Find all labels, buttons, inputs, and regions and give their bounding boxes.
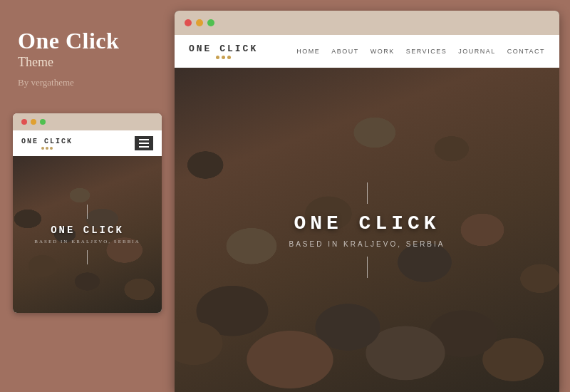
mobile-hero-content: ONE CLICK BASED IN KRALJEVO, SERBIA [34,205,140,264]
hero-title: ONE CLICK [294,212,440,234]
mobile-dot-green [40,119,46,125]
nav-links: HOME ABOUT WORK SERVICES JOURNAL CONTACT [296,48,545,55]
hamburger-line-3 [139,146,149,148]
nav-link-contact[interactable]: CONTACT [507,48,545,55]
mobile-dot-yellow [31,119,36,125]
sidebar-header: One Click Theme By vergatheme [0,0,175,103]
nav-link-journal[interactable]: JOURNAL [458,48,496,55]
desktop-logo-dots [216,56,231,59]
desktop-dot-yellow [196,19,203,26]
mobile-logo: ONE CLICK [21,138,73,150]
hero-vertical-line-bottom [367,257,368,278]
desktop-logo-text: ONE CLICK [189,43,258,54]
desktop-browser-bar [175,11,559,35]
mobile-hero-image: ONE CLICK BASED IN KRALJEVO, SERBIA [13,156,162,313]
nav-link-work[interactable]: WORK [370,48,395,55]
desktop-nav: ONE CLICK HOME ABOUT WORK SERVICES JOURN… [175,35,559,68]
nav-link-home[interactable]: HOME [296,48,320,55]
hamburger-button[interactable] [135,136,153,150]
mobile-logo-text: ONE CLICK [21,138,73,145]
theme-subtitle: Theme [18,55,157,70]
mobile-logo-dot-2 [46,147,48,150]
desktop-hero: ONE CLICK BASED IN KRALJEVO, SERBIA [175,68,559,392]
website-preview: ONE CLICK HOME ABOUT WORK SERVICES JOURN… [175,35,559,392]
theme-title: One Click [18,29,157,53]
nav-link-about[interactable]: ABOUT [331,48,359,55]
mobile-vertical-line-top [87,205,88,219]
sidebar: One Click Theme By vergatheme ONE CLICK [0,0,175,392]
theme-author: By vergatheme [18,77,157,88]
hamburger-line-1 [139,139,149,140]
desktop-logo: ONE CLICK [189,43,258,59]
nav-link-services[interactable]: SERVICES [406,48,447,55]
desktop-logo-dot-1 [216,56,219,59]
mobile-nav-bar: ONE CLICK [13,130,162,156]
mobile-logo-dot-1 [41,147,44,150]
hero-subtitle: BASED IN KRALJEVO, SERBIA [289,240,445,248]
mobile-hero-subtitle: BASED IN KRALJEVO, SERBIA [34,239,140,244]
mobile-vertical-line-bottom [87,250,88,264]
desktop-logo-dot-3 [227,56,231,59]
hamburger-line-2 [139,143,149,144]
desktop-dot-green [207,19,214,26]
mobile-hero-title: ONE CLICK [34,225,140,236]
hero-vertical-line-top [367,182,368,204]
desktop-preview: ONE CLICK HOME ABOUT WORK SERVICES JOURN… [175,11,559,392]
hero-content: ONE CLICK BASED IN KRALJEVO, SERBIA [289,182,445,278]
mobile-logo-dots [41,147,53,150]
mobile-preview-card: ONE CLICK ONE CLICK BASED IN KRALJEVO, S… [13,113,162,313]
desktop-dot-red [185,19,192,26]
mobile-browser-bar [13,113,162,130]
desktop-logo-dot-2 [222,56,225,59]
mobile-logo-dot-3 [50,147,53,150]
mobile-dot-red [21,119,27,125]
